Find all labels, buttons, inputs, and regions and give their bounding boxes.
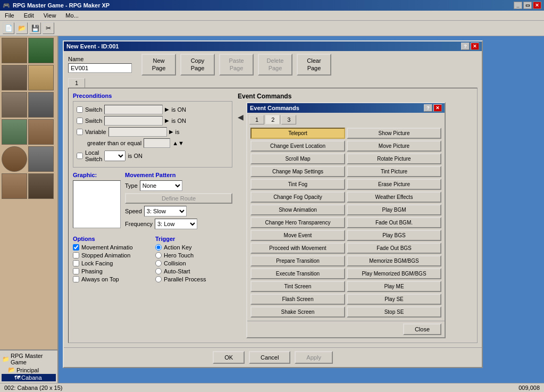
switch1-input[interactable] (104, 105, 163, 114)
ec-prepare-transition[interactable]: Prepare Transition (250, 255, 345, 266)
ok-button[interactable]: OK (213, 351, 245, 364)
ec-change-event-location[interactable]: Change Event Location (250, 140, 345, 152)
ec-tint-picture[interactable]: Tint Picture (347, 166, 441, 177)
ec-weather-effects[interactable]: Weather Effects (347, 191, 441, 203)
opt-stopped-anim-cb[interactable] (73, 252, 79, 258)
switch1-checkbox[interactable] (77, 106, 83, 113)
new-page-button[interactable]: NewPage (141, 54, 176, 76)
speed-select[interactable]: 3: Slow (144, 206, 187, 216)
ec-close-x-button[interactable]: ✕ (433, 104, 442, 112)
trig-collision-radio[interactable] (155, 260, 162, 266)
ec-play-bgm[interactable]: Play BGM (347, 204, 441, 215)
switch2-checkbox[interactable] (77, 118, 83, 124)
name-input[interactable] (68, 63, 132, 73)
dialog-title-buttons: ? ✕ (461, 43, 479, 50)
restore-button[interactable]: ▭ (523, 2, 532, 9)
define-route-button[interactable]: Define Route (125, 193, 232, 204)
ec-tab-1[interactable]: 1 (249, 115, 264, 124)
ec-tab-3[interactable]: 3 (281, 115, 296, 124)
close-button[interactable]: ✕ (533, 2, 541, 9)
ec-flash-screen[interactable]: Flash Screen (250, 294, 345, 305)
switch1-arrow[interactable]: ▶ (165, 106, 169, 112)
trig-parallel-radio[interactable] (155, 276, 162, 282)
clear-page-button[interactable]: ClearPage (297, 54, 331, 76)
ec-tint-screen[interactable]: Tint Screen (250, 281, 345, 292)
delete-page-button[interactable]: DeletePage (258, 54, 292, 76)
help-button[interactable]: ? (461, 43, 470, 50)
toolbar-open[interactable]: 📂 (16, 22, 28, 34)
ec-close-button[interactable]: Close (403, 323, 441, 335)
trig-hero-touch-radio[interactable] (155, 252, 162, 258)
ec-change-fog-opacity[interactable]: Change Fog Opacity (250, 191, 345, 203)
ec-show-animation[interactable]: Show Animation (250, 204, 345, 215)
menu-file[interactable]: File (3, 12, 16, 19)
opt-phasing-cb[interactable] (73, 268, 79, 274)
ec-play-bgs[interactable]: Play BGS (347, 230, 441, 241)
toolbar-new[interactable]: 📄 (3, 22, 14, 34)
ec-play-se[interactable]: Play SE (347, 294, 441, 305)
dialog-close-button[interactable]: ✕ (471, 43, 479, 50)
switch2-input[interactable] (104, 116, 163, 126)
local-switch-select[interactable] (104, 151, 125, 161)
ec-memorize-bgm-bgs[interactable]: Memorize BGM/BGS (347, 255, 441, 266)
cancel-button[interactable]: Cancel (249, 351, 290, 364)
local-switch-checkbox[interactable] (77, 153, 83, 159)
tab-row: 1 (64, 78, 482, 88)
event-commands-dialog: Event Commands ? ✕ 1 2 3 (246, 102, 446, 338)
ec-fade-out-bgs[interactable]: Fade Out BGS (347, 243, 441, 254)
variable-checkbox[interactable] (77, 129, 83, 135)
ec-shake-screen[interactable]: Shake Screen (250, 306, 345, 318)
switch1-row: Switch ▶ is ON (77, 105, 229, 114)
ec-change-map-settings[interactable]: Change Map Settings (250, 166, 345, 177)
minimize-button[interactable]: _ (514, 2, 522, 9)
menu-more[interactable]: Mo... (63, 12, 80, 19)
ec-scroll-map[interactable]: Scroll Map (250, 153, 345, 164)
copy-page-button[interactable]: CopyPage (180, 54, 215, 76)
preconditions-title: Preconditions (73, 93, 232, 99)
ec-erase-picture[interactable]: Erase Picture (347, 179, 441, 190)
ec-arrow[interactable]: ◀ (238, 113, 244, 121)
type-select[interactable]: None (140, 180, 182, 191)
ec-play-memorized-bgm-bgs[interactable]: Play Memorized BGM/BGS (347, 268, 441, 279)
ec-move-event[interactable]: Move Event (250, 230, 345, 241)
variable-row: Variable ▶ is (77, 127, 229, 137)
variable-arrow[interactable]: ▶ (169, 129, 173, 135)
graphic-display[interactable] (73, 180, 121, 228)
menu-edit[interactable]: Edit (22, 12, 36, 19)
ec-tab-2[interactable]: 2 (265, 115, 280, 124)
trig-action-key-radio[interactable] (155, 244, 162, 251)
apply-button[interactable]: Apply (295, 351, 333, 364)
ec-move-picture[interactable]: Move Picture (347, 140, 441, 152)
greater-input[interactable] (144, 138, 170, 148)
ec-tint-fog[interactable]: Tint Fog (250, 179, 345, 190)
ec-teleport[interactable]: Teleport (250, 128, 345, 139)
opt-always-on-top-cb[interactable] (73, 276, 79, 282)
switch2-arrow[interactable]: ▶ (165, 118, 169, 123)
opt-movement-anim-cb[interactable] (73, 244, 79, 251)
frequency-select[interactable]: 3: Low (155, 219, 197, 229)
ec-proceed-with-movement[interactable]: Proceed with Movement (250, 243, 345, 254)
ec-stop-se[interactable]: Stop SE (347, 306, 441, 318)
toolbar-save[interactable]: 💾 (29, 22, 41, 34)
variable-input[interactable] (108, 127, 167, 137)
sprite-item (2, 38, 27, 63)
ec-rotate-picture[interactable]: Rotate Picture (347, 153, 441, 164)
trig-parallel: Parallel Process (155, 276, 232, 282)
toolbar-cut[interactable]: ✂ (43, 22, 54, 34)
tab-1[interactable]: 1 (68, 78, 85, 88)
name-section: Name (68, 56, 132, 73)
ec-play-me[interactable]: Play ME (347, 281, 441, 292)
ec-change-hero-transparency[interactable]: Change Hero Transparency (250, 217, 345, 228)
tree-app-name[interactable]: 📁 RPG Master Game (2, 352, 56, 366)
opt-lock-facing-cb[interactable] (73, 260, 79, 266)
ec-help-button[interactable]: ? (424, 104, 432, 112)
ec-execute-transition[interactable]: Execute Transition (250, 268, 345, 279)
page-buttons-row: Name NewPage CopyPage PastePage DeletePa… (64, 51, 482, 78)
ec-fade-out-bgm[interactable]: Fade Out BGM. (347, 217, 441, 228)
paste-page-button[interactable]: PastePage (219, 54, 254, 76)
trig-auto-start-radio[interactable] (155, 268, 162, 274)
tree-cabana[interactable]: 🗺 Cabana (2, 374, 56, 381)
ec-show-picture[interactable]: Show Picture (347, 128, 441, 139)
menu-view[interactable]: View (41, 12, 58, 19)
tree-principal[interactable]: 📂 Principal (2, 366, 56, 374)
